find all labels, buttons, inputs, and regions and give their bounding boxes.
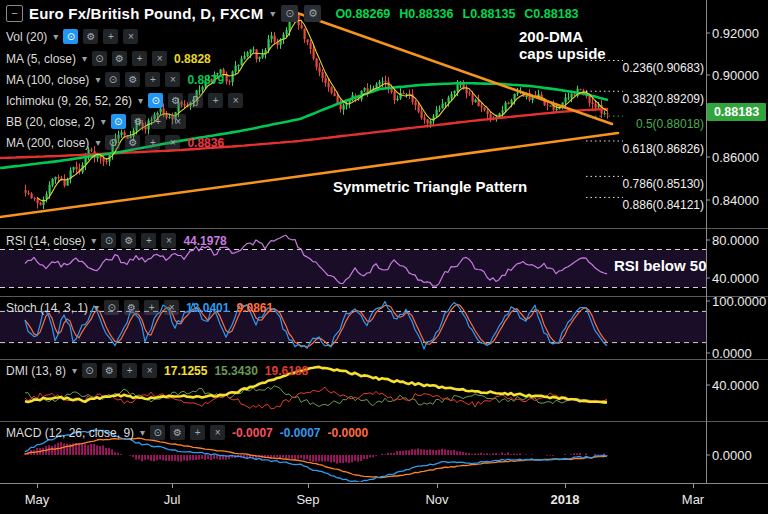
- chevron-down-icon[interactable]: ▾: [270, 8, 275, 19]
- visibility-icon[interactable]: ⊙: [105, 72, 120, 87]
- macd-histogram-bar: [186, 455, 187, 461]
- chevron-down-icon[interactable]: ▾: [140, 427, 145, 438]
- close-icon[interactable]: ×: [171, 114, 186, 129]
- macd-histogram-bar: [201, 455, 202, 459]
- chevron-down-icon[interactable]: ▾: [101, 116, 106, 127]
- gear-icon[interactable]: ⚙: [304, 5, 321, 22]
- add-icon[interactable]: +: [145, 135, 160, 150]
- indicator-label[interactable]: BB (20, close, 2): [6, 115, 95, 129]
- visibility-icon[interactable]: ⊙: [104, 300, 119, 315]
- gear-icon[interactable]: ⚙: [102, 363, 117, 378]
- visibility-icon[interactable]: ⊙: [92, 51, 107, 66]
- indicator-label[interactable]: Stoch (14, 3, 1): [6, 301, 88, 315]
- macd-histogram-bar: [114, 452, 115, 455]
- add-icon[interactable]: +: [141, 233, 156, 248]
- candle-body: [337, 96, 339, 103]
- visibility-icon[interactable]: ⊙: [82, 363, 97, 378]
- macd-histogram-bar: [594, 454, 595, 455]
- candle-body: [262, 54, 264, 57]
- close-icon[interactable]: ×: [164, 300, 179, 315]
- candle-body: [25, 190, 27, 193]
- visibility-icon[interactable]: ⊙: [150, 425, 165, 440]
- high-value: H0.88336: [399, 7, 453, 21]
- chevron-down-icon[interactable]: ▾: [95, 74, 100, 85]
- add-icon[interactable]: +: [208, 93, 223, 108]
- close-icon[interactable]: ×: [210, 425, 225, 440]
- chevron-down-icon[interactable]: ▾: [82, 53, 87, 64]
- gear-icon[interactable]: ⚙: [124, 300, 139, 315]
- close-icon[interactable]: ×: [152, 51, 167, 66]
- indicator-label[interactable]: DMI (13, 8): [6, 364, 66, 378]
- add-icon[interactable]: +: [132, 51, 147, 66]
- close-icon[interactable]: ×: [123, 29, 138, 44]
- close-icon[interactable]: ×: [165, 135, 180, 150]
- indicator-label[interactable]: Vol (20): [6, 30, 47, 44]
- macd-histogram-bar: [132, 455, 133, 457]
- visibility-icon[interactable]: ⊙: [148, 93, 163, 108]
- macd-histogram-bar: [168, 455, 169, 461]
- macd-histogram-bar: [66, 444, 67, 455]
- candle-body: [274, 36, 276, 42]
- compare-icon[interactable]: ⊙: [281, 5, 298, 22]
- collapse-pane-icon[interactable]: −: [6, 5, 23, 22]
- candle-body: [421, 111, 423, 118]
- macd-histogram-bar: [390, 453, 391, 455]
- close-icon[interactable]: ×: [228, 93, 243, 108]
- add-icon[interactable]: +: [190, 425, 205, 440]
- close-icon[interactable]: ×: [161, 233, 176, 248]
- gear-icon[interactable]: ⚙: [125, 135, 140, 150]
- gear-icon[interactable]: ⚙: [83, 29, 98, 44]
- add-icon[interactable]: +: [144, 300, 159, 315]
- macd-histogram-bar: [81, 443, 82, 455]
- add-icon[interactable]: +: [145, 72, 160, 87]
- visibility-icon[interactable]: ⊙: [63, 29, 78, 44]
- macd-histogram-bar: [51, 446, 52, 455]
- candle-body: [508, 103, 510, 104]
- macd-histogram-bar: [153, 455, 154, 461]
- indicator-label[interactable]: MA (200, close): [6, 136, 89, 150]
- chevron-down-icon[interactable]: ▾: [53, 31, 58, 42]
- add-icon[interactable]: +: [151, 114, 166, 129]
- macd-histogram-bar: [288, 455, 289, 459]
- price-axis-label: 0.86000: [712, 150, 759, 165]
- gear-icon[interactable]: ⚙: [121, 233, 136, 248]
- candle-body: [547, 105, 549, 106]
- indicator-label[interactable]: MA (5, close): [6, 52, 76, 66]
- gear-icon[interactable]: ⚙: [131, 114, 146, 129]
- chart-header: − Euro Fx/British Pound, D, FXCM ▾ ⊙ ⚙ O…: [6, 5, 579, 22]
- candle-body: [58, 177, 60, 178]
- candle-body: [556, 109, 558, 110]
- candle-body: [256, 49, 258, 59]
- indicator-label[interactable]: RSI (14, close): [6, 234, 85, 248]
- macd-histogram-bar: [360, 455, 361, 461]
- visibility-icon[interactable]: ⊙: [101, 233, 116, 248]
- symbol-title[interactable]: Euro Fx/British Pound, D, FXCM: [29, 5, 263, 22]
- candle-body: [334, 93, 336, 96]
- indicator-label[interactable]: MA (100, close): [6, 73, 89, 87]
- chevron-down-icon[interactable]: ▾: [138, 95, 143, 106]
- close-icon[interactable]: ×: [165, 72, 180, 87]
- close-icon[interactable]: ×: [142, 363, 157, 378]
- visibility-icon[interactable]: ⊙: [105, 135, 120, 150]
- candle-body: [505, 103, 507, 111]
- indicator-label[interactable]: MACD (12, 26, close, 9): [6, 426, 134, 440]
- macd-histogram-bar: [108, 448, 109, 455]
- indicator-legend-macd: MACD (12, 26, close, 9)▾⊙⚙+×-0.0007-0.00…: [6, 425, 368, 440]
- candle-body: [241, 59, 243, 66]
- candle-body: [559, 108, 561, 109]
- chevron-down-icon[interactable]: ▾: [91, 235, 96, 246]
- gear-icon[interactable]: ⚙: [170, 425, 185, 440]
- chevron-down-icon[interactable]: ▾: [72, 365, 77, 376]
- visibility-icon[interactable]: ⊙: [111, 114, 126, 129]
- add-icon[interactable]: +: [122, 363, 137, 378]
- indicator-label[interactable]: Ichimoku (9, 26, 52, 26): [6, 94, 132, 108]
- gear-icon[interactable]: ⚙: [168, 93, 183, 108]
- chevron-down-icon[interactable]: ▾: [94, 302, 99, 313]
- source-code-icon[interactable]: {}: [188, 93, 203, 108]
- gear-icon[interactable]: ⚙: [125, 72, 140, 87]
- add-icon[interactable]: +: [103, 29, 118, 44]
- gear-icon[interactable]: ⚙: [112, 51, 127, 66]
- price-axis-label: 0.0000: [712, 448, 752, 463]
- macd-histogram-bar: [498, 454, 499, 455]
- chevron-down-icon[interactable]: ▾: [95, 137, 100, 148]
